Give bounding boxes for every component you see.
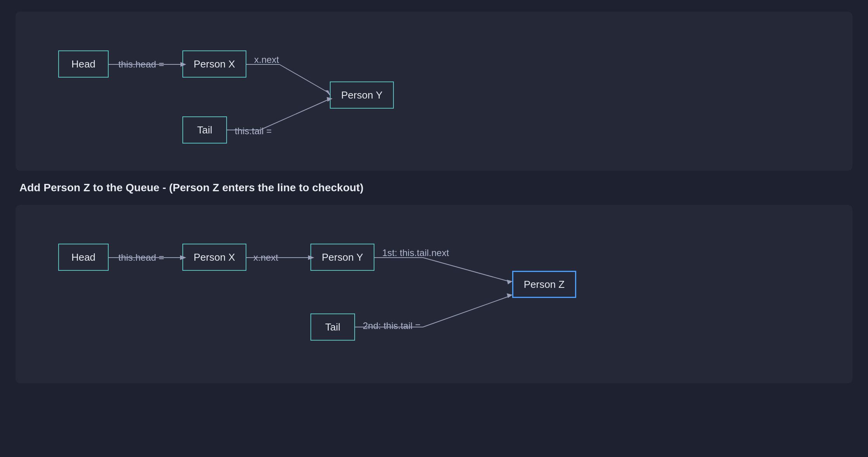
person-z-node-2: Person Z	[512, 271, 576, 298]
svg-line-16	[423, 296, 510, 327]
x-next-label-2: x.next	[253, 252, 278, 263]
this-head-label-1: this.head =	[118, 59, 164, 70]
first-label-2: 1st: this.tail.next	[382, 248, 449, 258]
second-label-2: 2nd: this.tail =	[363, 320, 421, 331]
svg-marker-14	[507, 280, 513, 284]
person-y-node-1: Person Y	[330, 81, 394, 109]
person-x-node-2: Person X	[182, 244, 246, 271]
tail-node-2: Tail	[310, 313, 355, 341]
person-x-node-1: Person X	[182, 50, 246, 78]
this-head-label-2: this.head =	[118, 252, 164, 263]
x-next-label-1: x.next	[254, 54, 279, 65]
svg-marker-17	[507, 293, 513, 298]
svg-line-3	[279, 64, 328, 92]
diagram1-wrapper: Head Person X Person Y Tail this.head = …	[35, 27, 833, 155]
svg-line-6	[260, 99, 330, 130]
head-node-1: Head	[58, 50, 109, 78]
person-y-node-2: Person Y	[310, 244, 374, 271]
diagram2-wrapper: Head Person X Person Y Person Z Tail thi…	[35, 220, 833, 368]
section-label: Add Person Z to the Queue - (Person Z en…	[16, 182, 852, 194]
diagram2-svg	[35, 220, 733, 368]
head-node-2: Head	[58, 244, 109, 271]
tail-node-1: Tail	[182, 116, 227, 144]
svg-line-13	[423, 258, 510, 282]
this-tail-label-1: this.tail =	[235, 126, 272, 137]
